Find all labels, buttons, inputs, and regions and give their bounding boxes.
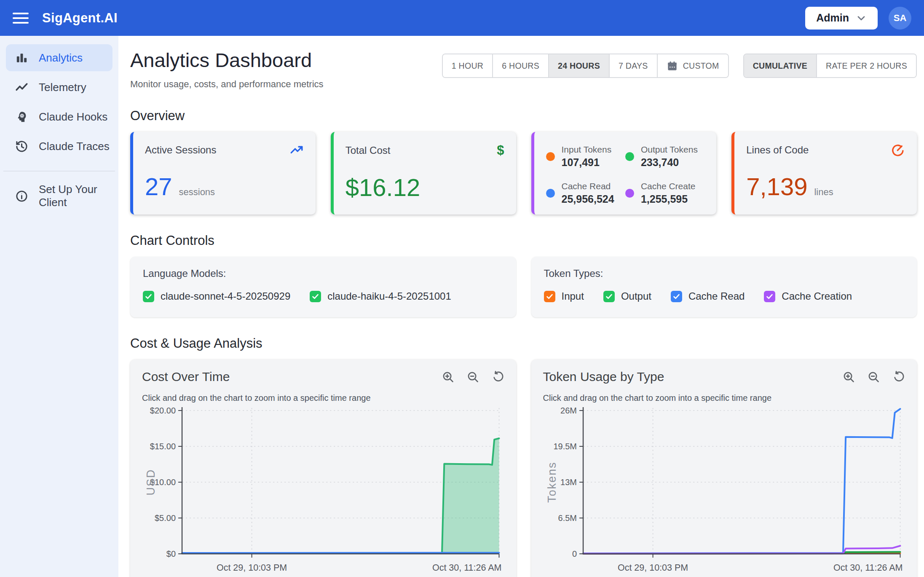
chart-zoom-hint: Click and drag on the chart to zoom into… — [543, 393, 905, 403]
token-usage-chart[interactable]: 06.5M13M19.5M26MOct 29, 10:03 PMOct 30, … — [543, 405, 905, 575]
page-header: Analytics Dashboard Monitor usage, costs… — [130, 48, 324, 90]
dashboard-controls: 1 HOUR 6 HOURS 24 HOURS 7 DAYS CUSTOM CU… — [442, 48, 917, 78]
svg-text:26M: 26M — [560, 406, 577, 415]
svg-text:$20.00: $20.00 — [150, 406, 176, 415]
admin-label: Admin — [816, 12, 849, 24]
svg-text:13M: 13M — [560, 478, 577, 487]
chart-title: Cost Over Time — [142, 370, 230, 384]
header-right: Admin SA — [805, 7, 911, 30]
sidebar-item-label: Analytics — [39, 51, 83, 64]
active-sessions-unit: sessions — [179, 187, 215, 198]
zoom-out-icon[interactable] — [466, 370, 479, 384]
sidebar-item-telemetry[interactable]: Telemetry — [6, 74, 112, 101]
cost-over-time-chart[interactable]: $0$5.00$10.00$15.00$20.00Oct 29, 10:03 P… — [142, 405, 504, 575]
checkbox-checked-icon — [764, 291, 775, 302]
cache-read-stat: Cache Read 25,956,524 — [546, 181, 625, 205]
svg-text:$0: $0 — [166, 549, 176, 558]
sidebar-item-claude-hooks[interactable]: Claude Hooks — [6, 103, 112, 130]
mode-cumulative[interactable]: CUMULATIVE — [744, 54, 816, 77]
checkbox-label: Cache Creation — [782, 290, 852, 302]
zoom-in-icon[interactable] — [842, 370, 855, 384]
app-header: SigAgent.AI Admin SA — [0, 0, 924, 36]
svg-text:Oct 29, 10:03 PM: Oct 29, 10:03 PM — [217, 563, 287, 573]
token-types-panel: Token Types: Input Output Cache Read Cac… — [531, 257, 917, 317]
checkbox-label: Cache Read — [688, 290, 745, 302]
bar-chart-icon — [15, 51, 28, 64]
checkbox-token-cache-creation[interactable]: Cache Creation — [764, 290, 852, 302]
total-cost-card: Total Cost $ $16.12 — [331, 132, 516, 215]
chevron-down-icon — [856, 13, 867, 24]
checkbox-label: Output — [621, 290, 651, 302]
total-cost-value: $16.12 — [345, 173, 420, 201]
dollar-icon: $ — [497, 143, 504, 158]
input-tokens-label: Input Tokens — [562, 145, 612, 155]
info-icon — [15, 190, 28, 203]
active-sessions-card: Active Sessions 27 sessions — [130, 132, 316, 215]
time-range-24-hours[interactable]: 24 HOURS — [548, 54, 609, 77]
zoom-in-icon[interactable] — [442, 370, 455, 384]
token-stats-card: Input Tokens 107,491 Output Tokens 233,7… — [531, 132, 717, 215]
checkbox-label: claude-haiku-4-5-20251001 — [327, 290, 451, 302]
time-range-7-days[interactable]: 7 DAYS — [609, 54, 657, 77]
chart-title: Token Usage by Type — [543, 370, 664, 384]
avatar[interactable]: SA — [889, 7, 911, 30]
menu-icon[interactable] — [13, 13, 29, 24]
active-sessions-value: 27 — [145, 172, 172, 201]
mode-control: CUMULATIVE RATE PER 2 HOURS — [743, 54, 917, 78]
checkbox-token-output[interactable]: Output — [603, 290, 651, 302]
page-subtitle: Monitor usage, costs, and performance me… — [130, 79, 324, 90]
svg-text:Oct 30, 11:26 AM: Oct 30, 11:26 AM — [432, 563, 502, 573]
svg-text:$15.00: $15.00 — [150, 442, 176, 451]
input-tokens-value: 107,491 — [562, 156, 612, 169]
checkbox-token-input[interactable]: Input — [544, 290, 584, 302]
sidebar-item-analytics[interactable]: Analytics — [6, 44, 112, 71]
checkbox-checked-icon — [603, 291, 615, 302]
time-range-custom[interactable]: CUSTOM — [657, 54, 728, 77]
sidebar-item-claude-traces[interactable]: Claude Traces — [6, 133, 112, 160]
svg-text:0: 0 — [572, 549, 576, 558]
cache-create-dot — [625, 189, 634, 198]
cache-create-value: 1,255,595 — [641, 193, 696, 205]
mode-rate[interactable]: RATE PER 2 HOURS — [816, 54, 916, 77]
lines-of-code-title: Lines of Code — [746, 144, 809, 156]
token-types-label: Token Types: — [544, 268, 905, 279]
sidebar-item-setup-client[interactable]: Set Up Your Client — [6, 182, 112, 209]
lines-of-code-value: 7,139 — [746, 172, 807, 201]
checkbox-token-cache-read[interactable]: Cache Read — [671, 290, 745, 302]
checkbox-model-sonnet[interactable]: claude-sonnet-4-5-20250929 — [143, 290, 290, 302]
svg-text:Oct 29, 10:03 PM: Oct 29, 10:03 PM — [617, 563, 688, 573]
analysis-charts: Cost Over Time Click and drag on the cha… — [130, 360, 917, 577]
cache-create-label: Cache Create — [641, 181, 696, 191]
svg-text:Tokens: Tokens — [546, 462, 558, 503]
output-tokens-label: Output Tokens — [641, 145, 698, 155]
output-tokens-dot — [625, 152, 634, 161]
input-tokens-dot — [546, 152, 555, 161]
output-tokens-value: 233,740 — [641, 156, 698, 169]
output-tokens-stat: Output Tokens 233,740 — [625, 145, 704, 169]
sidebar-item-label: Claude Traces — [39, 140, 110, 153]
svg-text:19.5M: 19.5M — [553, 442, 577, 451]
history-icon — [15, 140, 28, 153]
input-tokens-stat: Input Tokens 107,491 — [546, 145, 625, 169]
reset-zoom-icon[interactable] — [892, 370, 905, 384]
sidebar-item-label: Set Up Your Client — [39, 183, 112, 209]
time-range-control: 1 HOUR 6 HOURS 24 HOURS 7 DAYS CUSTOM — [442, 54, 729, 78]
calendar-icon — [667, 60, 678, 72]
admin-menu-button[interactable]: Admin — [805, 7, 878, 30]
trending-up-icon — [289, 143, 304, 157]
language-models-label: Language Models: — [143, 268, 504, 279]
sidebar: Analytics Telemetry Claude Hooks Claude … — [0, 36, 118, 577]
chart-zoom-hint: Click and drag on the chart to zoom into… — [142, 393, 504, 403]
app-logo: SigAgent.AI — [42, 11, 118, 26]
speedometer-icon — [891, 143, 905, 157]
analysis-heading: Cost & Usage Analysis — [130, 336, 917, 351]
zoom-out-icon[interactable] — [867, 370, 880, 384]
svg-text:Oct 30, 11:26 AM: Oct 30, 11:26 AM — [833, 563, 903, 573]
reset-zoom-icon[interactable] — [491, 370, 504, 384]
checkbox-checked-icon — [544, 291, 555, 302]
time-range-1-hour[interactable]: 1 HOUR — [443, 54, 492, 77]
checkbox-label: claude-sonnet-4-5-20250929 — [161, 290, 290, 302]
checkbox-checked-icon — [671, 291, 682, 302]
time-range-6-hours[interactable]: 6 HOURS — [492, 54, 548, 77]
checkbox-model-haiku[interactable]: claude-haiku-4-5-20251001 — [310, 290, 451, 302]
